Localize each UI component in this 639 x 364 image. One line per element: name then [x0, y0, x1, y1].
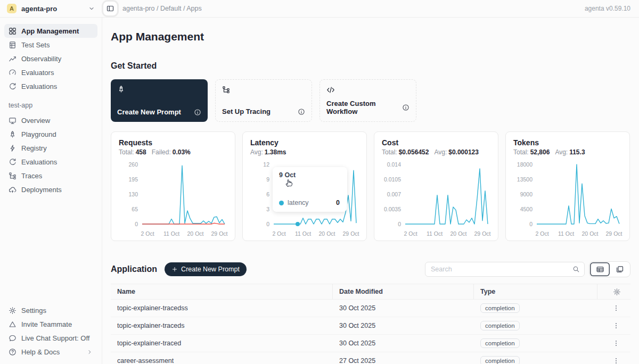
cloud-icon [9, 186, 17, 194]
info-icon[interactable] [402, 104, 409, 111]
svg-text:20 Oct: 20 Oct [319, 230, 335, 237]
sidebar-item-label: Settings [21, 307, 46, 315]
svg-text:2 Oct: 2 Oct [141, 230, 154, 237]
metric-card-tokens: TokensTotal:52,806Avg:115.30450090001350… [505, 131, 630, 241]
create-new-prompt-button[interactable]: Create New Prompt [165, 262, 247, 276]
row-menu-button[interactable] [612, 340, 620, 347]
sidebar-item-test-sets[interactable]: Test Sets [4, 38, 97, 52]
sidebar-item-label: Deployments [21, 186, 62, 194]
svg-text:20 Oct: 20 Oct [450, 230, 467, 237]
refresh-icon [9, 158, 17, 166]
get-started-card-footer: Create Custom Workflow [326, 100, 409, 115]
table-row[interactable]: topic-explainer-traceds30 Oct 2025comple… [111, 317, 630, 335]
get-started-card-label: Create Custom Workflow [326, 100, 402, 115]
column-header-name[interactable]: Name [111, 284, 333, 299]
card-view-icon [616, 265, 624, 274]
help-icon [9, 348, 17, 356]
svg-text:11 Oct: 11 Oct [295, 230, 311, 237]
cell-date-modified: 27 Oct 2025 [333, 357, 474, 364]
topbar: A agenta-pro agenta-pro / Default / Apps… [0, 0, 639, 18]
workspace-name: agenta-pro [21, 5, 57, 13]
sidebar-item-app-management[interactable]: App Management [4, 24, 97, 38]
chart-tooltip: 9 Octlatency0 [273, 167, 347, 212]
requests-chart[interactable]: 0651301952602 Oct11 Oct20 Oct29 Oct [119, 159, 228, 238]
info-icon[interactable] [194, 109, 201, 116]
cell-actions [597, 357, 630, 364]
metric-stats: Total:52,806Avg:115.3 [513, 148, 622, 156]
get-started-card-footer: Create New Prompt [117, 108, 201, 116]
svg-text:29 Oct: 29 Oct [606, 230, 622, 237]
cell-type: completion [474, 321, 597, 330]
sidebar-item-label: Invite Teammate [21, 320, 72, 328]
cell-date-modified: 30 Oct 2025 [333, 340, 474, 347]
table-row[interactable]: career-assessment27 Oct 2025completion [111, 352, 630, 364]
sidebar-item-help-docs[interactable]: Help & Docs [4, 345, 97, 359]
panel-icon [106, 4, 114, 13]
sidebar-item-playground[interactable]: Playground [4, 127, 97, 141]
tokens-chart[interactable]: 04500900013500180002 Oct11 Oct20 Oct29 O… [513, 159, 622, 238]
cell-date-modified: 30 Oct 2025 [333, 304, 474, 312]
get-started-card-create-custom-workflow[interactable]: Create Custom Workflow [320, 79, 416, 122]
svg-text:4500: 4500 [520, 206, 533, 212]
svg-text:0: 0 [135, 221, 138, 227]
sidebar-collapse-button[interactable] [103, 2, 117, 15]
row-menu-button[interactable] [612, 322, 620, 329]
metric-stat: Failed:0.03% [152, 148, 191, 156]
gear-icon[interactable] [613, 288, 621, 296]
sidebar-item-evaluations[interactable]: Evaluations [4, 79, 97, 93]
svg-text:2 Oct: 2 Oct [535, 230, 548, 237]
sidebar-item-deployments[interactable]: Deployments [4, 183, 97, 196]
svg-text:0.007: 0.007 [387, 191, 401, 197]
table-view-button[interactable] [590, 262, 610, 276]
metric-title: Tokens [513, 138, 622, 147]
type-badge: completion [480, 338, 520, 348]
search-input[interactable] [427, 266, 572, 273]
get-started-card-set-up-tracing[interactable]: Set Up Tracing [215, 79, 312, 122]
search-box [425, 262, 585, 277]
svg-text:11 Oct: 11 Oct [163, 230, 179, 237]
info-icon[interactable] [298, 108, 305, 115]
create-new-prompt-label: Create New Prompt [181, 266, 240, 273]
sidebar-item-registry[interactable]: Registry [4, 141, 97, 155]
plus-icon [171, 266, 178, 272]
table-row[interactable]: topic-explainer-traced30 Oct 2025complet… [111, 335, 630, 352]
metric-card-latency: LatencyAvg:1.38ms0369122 Oct11 Oct20 Oct… [242, 131, 367, 241]
svg-text:29 Oct: 29 Oct [343, 230, 359, 237]
svg-text:11 Oct: 11 Oct [427, 230, 443, 237]
get-started-title: Get Started [111, 61, 630, 71]
get-started-card-create-new-prompt[interactable]: Create New Prompt [111, 79, 208, 122]
sidebar-item-overview[interactable]: Overview [4, 113, 97, 127]
sidebar-item-label: Help & Docs [21, 348, 60, 356]
chart-line-icon [9, 55, 17, 63]
workspace-selector[interactable]: A agenta-pro [7, 4, 95, 13]
row-menu-button[interactable] [612, 304, 620, 312]
cell-name: topic-explainer-tracedss [111, 304, 333, 312]
search-icon[interactable] [572, 266, 580, 273]
column-header-date-modified[interactable]: Date Modified [333, 284, 474, 299]
sidebar-item-observability[interactable]: Observability [4, 52, 97, 65]
table-row[interactable]: topic-explainer-tracedss30 Oct 2025compl… [111, 300, 630, 317]
sidebar-item-traces[interactable]: Traces [4, 169, 97, 183]
svg-text:0: 0 [266, 221, 269, 227]
sidebar-item-label: Evaluations [21, 82, 57, 90]
sidebar-item-invite-teammate[interactable]: Invite Teammate [4, 317, 97, 331]
metric-card-requests: RequestsTotal:458Failed:0.03%06513019526… [111, 131, 235, 241]
sidebar-app-nav: OverviewPlaygroundRegistryEvaluationsTra… [4, 113, 97, 196]
row-menu-button[interactable] [612, 357, 620, 364]
version-label: agenta v0.59.10 [585, 5, 630, 12]
sidebar-item-label: Traces [21, 172, 42, 180]
cell-actions [597, 322, 630, 329]
sidebar-item-label: Overview [21, 117, 50, 125]
sidebar-item-label: Evaluators [21, 69, 54, 77]
column-header-type[interactable]: Type [474, 284, 597, 299]
sidebar-item-evaluations[interactable]: Evaluations [4, 155, 97, 169]
sidebar-item-label: Test Sets [21, 41, 50, 49]
sidebar-item-settings[interactable]: Settings [4, 303, 97, 317]
cost-chart[interactable]: 00.00350.0070.01050.0142 Oct11 Oct20 Oct… [382, 159, 491, 238]
metric-cards: RequestsTotal:458Failed:0.03%06513019526… [111, 131, 630, 241]
card-view-button[interactable] [610, 262, 629, 276]
sidebar-item-evaluators[interactable]: Evaluators [4, 65, 97, 79]
sidebar-item-live-chat-support-off[interactable]: Live Chat Support: Off [4, 331, 97, 345]
svg-text:18000: 18000 [517, 161, 532, 168]
svg-text:20 Oct: 20 Oct [187, 230, 204, 237]
